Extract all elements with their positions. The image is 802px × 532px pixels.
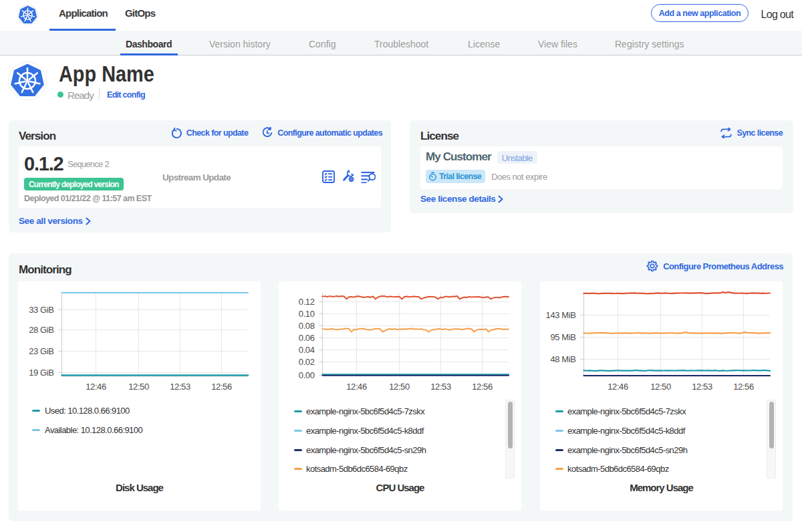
svg-text:95 MiB: 95 MiB xyxy=(550,332,575,342)
svg-text:0.10: 0.10 xyxy=(299,309,315,319)
svg-text:0.12: 0.12 xyxy=(299,297,315,307)
svg-text:12:46: 12:46 xyxy=(608,382,628,392)
svg-text:12:53: 12:53 xyxy=(170,382,190,392)
svg-text:12:50: 12:50 xyxy=(650,382,671,392)
svg-text:12:50: 12:50 xyxy=(128,382,149,392)
svg-text:28 GiB: 28 GiB xyxy=(29,325,53,335)
svg-text:0.08: 0.08 xyxy=(299,321,315,331)
svg-text:12:46: 12:46 xyxy=(86,382,106,392)
svg-text:0.06: 0.06 xyxy=(299,333,315,343)
svg-text:0.00: 0.00 xyxy=(299,370,315,380)
svg-text:12:53: 12:53 xyxy=(692,382,712,392)
svg-text:0.04: 0.04 xyxy=(299,345,315,355)
svg-text:12:56: 12:56 xyxy=(472,382,493,392)
svg-text:0.02: 0.02 xyxy=(299,357,315,367)
svg-text:12:56: 12:56 xyxy=(211,382,232,392)
svg-text:12:46: 12:46 xyxy=(346,382,367,392)
svg-text:23 GiB: 23 GiB xyxy=(29,346,53,356)
svg-text:33 GiB: 33 GiB xyxy=(29,305,53,315)
svg-text:12:50: 12:50 xyxy=(389,382,410,392)
svg-text:12:53: 12:53 xyxy=(430,382,451,392)
svg-text:19 GiB: 19 GiB xyxy=(29,368,53,378)
svg-text:143 MiB: 143 MiB xyxy=(546,310,576,320)
svg-text:48 MiB: 48 MiB xyxy=(550,354,575,364)
svg-text:12:56: 12:56 xyxy=(733,382,754,392)
